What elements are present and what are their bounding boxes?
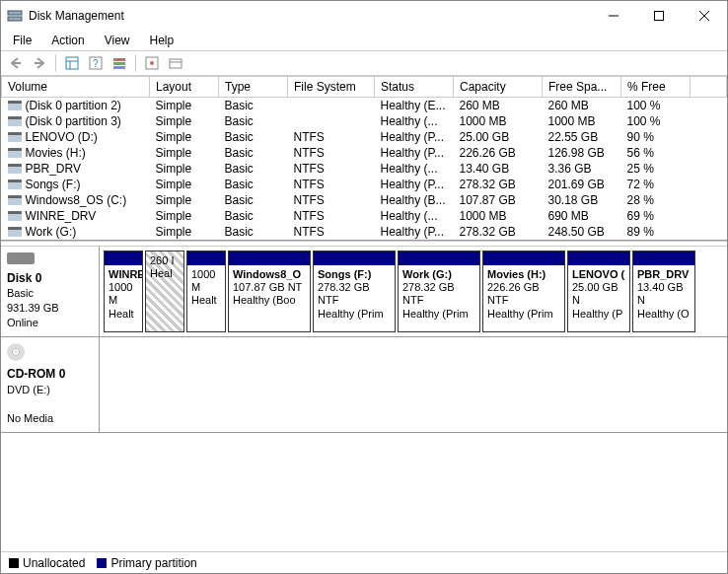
toolbar-help-icon[interactable]: ? bbox=[85, 52, 107, 74]
table-row[interactable]: PBR_DRVSimpleBasicNTFSHealthy (...13.40 … bbox=[2, 161, 727, 177]
menu-help[interactable]: Help bbox=[142, 33, 182, 48]
partition[interactable]: PBR_DRV13.40 GB NHealthy (O bbox=[632, 251, 695, 332]
legend-primary: Primary partition bbox=[110, 556, 196, 570]
cell-pct: 28 % bbox=[621, 192, 691, 208]
menu-file[interactable]: File bbox=[5, 33, 39, 48]
table-row[interactable]: (Disk 0 partition 2)SimpleBasicHealthy (… bbox=[2, 98, 727, 114]
partition-size: 1000 M bbox=[109, 281, 132, 306]
col-layout[interactable]: Layout bbox=[150, 77, 219, 98]
cell-fs: NTFS bbox=[288, 145, 375, 161]
back-button[interactable] bbox=[5, 52, 27, 74]
titlebar: Disk Management bbox=[1, 1, 727, 31]
svg-rect-13 bbox=[113, 58, 125, 61]
partition-title: PBR_DRV bbox=[637, 268, 689, 280]
table-row[interactable]: Movies (H:)SimpleBasicNTFSHealthy (P...2… bbox=[2, 145, 727, 161]
cell-status: Healthy (P... bbox=[375, 129, 454, 145]
cell-fs: NTFS bbox=[288, 161, 375, 177]
cell-type: Basic bbox=[219, 208, 288, 224]
col-type[interactable]: Type bbox=[219, 77, 288, 98]
svg-rect-15 bbox=[113, 66, 125, 69]
disk-kind: Basic bbox=[7, 287, 34, 299]
partition[interactable]: Movies (H:)226.26 GB NTFHealthy (Prim bbox=[482, 251, 565, 332]
volume-name: Windows8_OS (C:) bbox=[26, 193, 127, 207]
cell-free: 260 MB bbox=[543, 98, 621, 114]
table-row[interactable]: Work (G:)SimpleBasicNTFSHealthy (P...278… bbox=[2, 224, 727, 240]
table-row[interactable]: (Disk 0 partition 3)SimpleBasicHealthy (… bbox=[2, 113, 727, 129]
col-free[interactable]: Free Spa... bbox=[543, 77, 621, 98]
toolbar-view-icon[interactable] bbox=[61, 52, 83, 74]
partition[interactable]: 1000 MHealt bbox=[186, 251, 226, 332]
column-headers[interactable]: Volume Layout Type File System Status Ca… bbox=[2, 77, 727, 98]
volume-name: Movies (H:) bbox=[26, 146, 86, 160]
cell-pct: 100 % bbox=[621, 113, 691, 129]
table-row[interactable]: LENOVO (D:)SimpleBasicNTFSHealthy (P...2… bbox=[2, 129, 727, 145]
cell-capacity: 260 MB bbox=[454, 98, 543, 114]
cell-type: Basic bbox=[219, 98, 288, 114]
toolbar-properties-icon[interactable] bbox=[165, 52, 186, 74]
partition[interactable]: WINRE1000 MHealt bbox=[104, 251, 143, 332]
svg-text:?: ? bbox=[93, 58, 99, 69]
partition-status: Healthy (O bbox=[637, 308, 690, 320]
table-row[interactable]: Windows8_OS (C:)SimpleBasicNTFSHealthy (… bbox=[2, 192, 727, 208]
col-pct[interactable]: % Free bbox=[621, 77, 691, 98]
cell-free: 30.18 GB bbox=[543, 192, 621, 208]
cell-fs: NTFS bbox=[288, 192, 375, 208]
volume-name: WINRE_DRV bbox=[26, 209, 97, 223]
cell-layout: Simple bbox=[150, 192, 219, 208]
volume-icon bbox=[8, 101, 22, 110]
menu-view[interactable]: View bbox=[97, 33, 138, 48]
disk-row: Disk 0Basic931.39 GBOnlineWINRE1000 MHea… bbox=[1, 247, 727, 337]
volume-icon bbox=[8, 164, 22, 174]
partition[interactable]: LENOVO (25.00 GB NHealthy (P bbox=[567, 251, 630, 332]
toolbar-settings-icon[interactable] bbox=[141, 52, 163, 74]
volume-name: (Disk 0 partition 3) bbox=[26, 114, 121, 128]
partition[interactable]: Songs (F:)278.32 GB NTFHealthy (Prim bbox=[313, 251, 396, 332]
disk-kind: DVD (E:) bbox=[7, 384, 50, 395]
partition-size: 13.40 GB N bbox=[637, 281, 683, 306]
cell-layout: Simple bbox=[150, 113, 219, 129]
partition-title: Work (G:) bbox=[402, 268, 452, 280]
disk-info[interactable]: Disk 0Basic931.39 GBOnline bbox=[1, 247, 100, 336]
cell-layout: Simple bbox=[150, 161, 219, 177]
cell-type: Basic bbox=[219, 161, 288, 177]
cell-layout: Simple bbox=[150, 208, 219, 224]
menu-action[interactable]: Action bbox=[43, 33, 92, 48]
maximize-button[interactable] bbox=[636, 1, 682, 31]
col-fs[interactable]: File System bbox=[288, 77, 375, 98]
cell-layout: Simple bbox=[150, 129, 219, 145]
volume-icon bbox=[8, 211, 22, 221]
cell-pct: 56 % bbox=[621, 145, 691, 161]
partition-status: Healt bbox=[191, 294, 217, 306]
disk-size: 931.39 GB bbox=[7, 302, 59, 314]
col-status[interactable]: Status bbox=[375, 77, 454, 98]
svg-rect-14 bbox=[113, 62, 125, 65]
partition-status: Healthy (Boo bbox=[233, 294, 296, 306]
partition-status: Healthy (P bbox=[572, 308, 622, 320]
partition-title: WINRE bbox=[109, 268, 142, 280]
cell-layout: Simple bbox=[150, 145, 219, 161]
partition-status: Healt bbox=[109, 308, 134, 320]
toolbar-list-icon[interactable] bbox=[109, 52, 130, 74]
partition-track bbox=[100, 337, 727, 433]
cell-status: Healthy (P... bbox=[375, 177, 454, 192]
graphical-view: Disk 0Basic931.39 GBOnlineWINRE1000 MHea… bbox=[1, 247, 727, 573]
cell-type: Basic bbox=[219, 192, 288, 208]
partition[interactable]: Work (G:)278.32 GB NTFHealthy (Prim bbox=[398, 251, 480, 332]
minimize-button[interactable] bbox=[591, 1, 636, 31]
partition[interactable]: Windows8_O107.87 GB NTHealthy (Boo bbox=[228, 251, 311, 332]
partition-title: Movies (H:) bbox=[487, 268, 546, 280]
partition[interactable]: 260 IHeal bbox=[145, 251, 184, 332]
cell-status: Healthy (B... bbox=[375, 192, 454, 208]
disk-info[interactable]: CD-ROM 0DVD (E:)No Media bbox=[1, 337, 100, 433]
table-row[interactable]: WINRE_DRVSimpleBasicNTFSHealthy (...1000… bbox=[2, 208, 727, 224]
close-button[interactable] bbox=[682, 1, 727, 31]
cell-fs bbox=[288, 113, 375, 129]
cell-fs: NTFS bbox=[288, 224, 375, 240]
cell-pct: 69 % bbox=[621, 208, 691, 224]
table-row[interactable]: Songs (F:)SimpleBasicNTFSHealthy (P...27… bbox=[2, 177, 727, 192]
partition-size: 25.00 GB N bbox=[572, 281, 618, 306]
forward-button[interactable] bbox=[29, 52, 50, 74]
col-capacity[interactable]: Capacity bbox=[454, 77, 543, 98]
col-volume[interactable]: Volume bbox=[2, 77, 150, 98]
cell-type: Basic bbox=[219, 145, 288, 161]
